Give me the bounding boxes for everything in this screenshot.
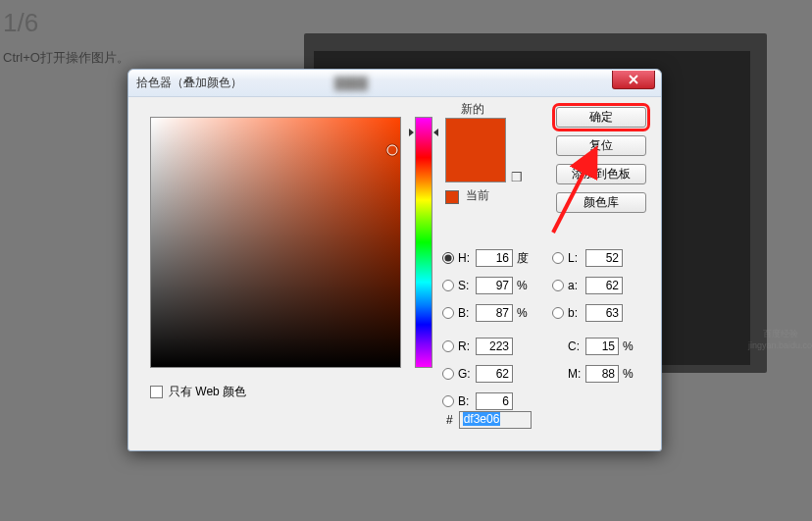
radio-r[interactable] bbox=[442, 340, 454, 352]
new-color-swatch bbox=[446, 119, 505, 150]
dialog-body: 新的 当前 ❒ 确定 复位 添加到色板 颜色库 H: bbox=[128, 97, 661, 450]
web-only-row[interactable]: 只有 Web 颜色 bbox=[150, 384, 246, 400]
input-c[interactable] bbox=[585, 338, 619, 355]
color-libs-button[interactable]: 颜色库 bbox=[556, 192, 646, 213]
hex-row: # df3e06 bbox=[446, 411, 532, 429]
web-only-label: 只有 Web 颜色 bbox=[169, 384, 246, 400]
unit-bv: % bbox=[517, 306, 534, 320]
input-hex[interactable]: df3e06 bbox=[459, 411, 532, 429]
input-h[interactable] bbox=[476, 249, 513, 267]
titlebar[interactable]: 拾色器（叠加颜色） ████ bbox=[128, 70, 661, 97]
label-h: H: bbox=[458, 251, 476, 265]
unit-m: % bbox=[623, 367, 640, 381]
input-m[interactable] bbox=[585, 365, 619, 383]
input-s[interactable] bbox=[476, 277, 513, 294]
color-fields: H: 度 L: S: % a: bbox=[442, 244, 640, 415]
close-icon bbox=[629, 75, 638, 84]
label-l: L: bbox=[568, 251, 585, 265]
reset-button[interactable]: 复位 bbox=[556, 135, 646, 156]
current-chip[interactable] bbox=[445, 190, 459, 204]
unit-h: 度 bbox=[517, 250, 534, 267]
label-r: R: bbox=[458, 339, 476, 353]
input-g[interactable] bbox=[476, 365, 513, 383]
label-bv: B: bbox=[458, 306, 476, 320]
input-b2[interactable] bbox=[585, 304, 623, 322]
label-m: M: bbox=[568, 367, 585, 381]
label-s: S: bbox=[458, 279, 476, 292]
label-b2: b: bbox=[568, 306, 585, 320]
blurred-text: ████ bbox=[334, 77, 368, 90]
unit-c: % bbox=[623, 339, 640, 353]
input-r[interactable] bbox=[476, 338, 513, 355]
radio-s[interactable] bbox=[442, 280, 454, 291]
close-button[interactable] bbox=[612, 71, 655, 89]
radio-bb[interactable] bbox=[442, 395, 454, 407]
color-picker-dialog: 拾色器（叠加颜色） ████ 新的 当前 ❒ 确定 复位 添加到色板 颜色库 bbox=[127, 69, 662, 451]
button-column: 确定 复位 添加到色板 颜色库 bbox=[555, 107, 647, 213]
input-bv[interactable] bbox=[476, 304, 513, 322]
watermark: 百度经验 jingyan.baidu.com bbox=[748, 328, 812, 357]
saturation-value-area[interactable] bbox=[150, 117, 401, 368]
hex-label: # bbox=[446, 413, 453, 427]
color-preview bbox=[445, 118, 506, 182]
step-indicator: 1/6 bbox=[3, 8, 38, 38]
radio-g[interactable] bbox=[442, 368, 454, 380]
ok-button[interactable]: 确定 bbox=[556, 107, 646, 128]
radio-bv[interactable] bbox=[442, 307, 454, 319]
input-bb[interactable] bbox=[476, 392, 513, 410]
label-g: G: bbox=[458, 367, 476, 381]
label-bb: B: bbox=[458, 394, 476, 408]
web-only-checkbox[interactable] bbox=[150, 386, 163, 398]
label-a: a: bbox=[568, 279, 585, 292]
radio-h[interactable] bbox=[442, 252, 454, 264]
unit-s: % bbox=[517, 279, 534, 292]
radio-b2[interactable] bbox=[552, 307, 564, 319]
sv-cursor bbox=[387, 145, 398, 156]
hint-text: Ctrl+O打开操作图片。 bbox=[3, 49, 129, 67]
radio-a[interactable] bbox=[552, 280, 564, 291]
new-label: 新的 bbox=[461, 101, 484, 118]
input-l[interactable] bbox=[585, 249, 623, 267]
dialog-title: 拾色器（叠加颜色） bbox=[136, 75, 242, 91]
current-color-swatch bbox=[446, 150, 505, 182]
cube-icon[interactable]: ❒ bbox=[511, 170, 523, 184]
current-label: 当前 bbox=[466, 187, 489, 204]
label-c: C: bbox=[568, 339, 585, 353]
hue-slider[interactable] bbox=[415, 117, 432, 368]
radio-l[interactable] bbox=[552, 252, 564, 264]
input-a[interactable] bbox=[585, 277, 623, 294]
add-swatch-button[interactable]: 添加到色板 bbox=[556, 164, 646, 184]
